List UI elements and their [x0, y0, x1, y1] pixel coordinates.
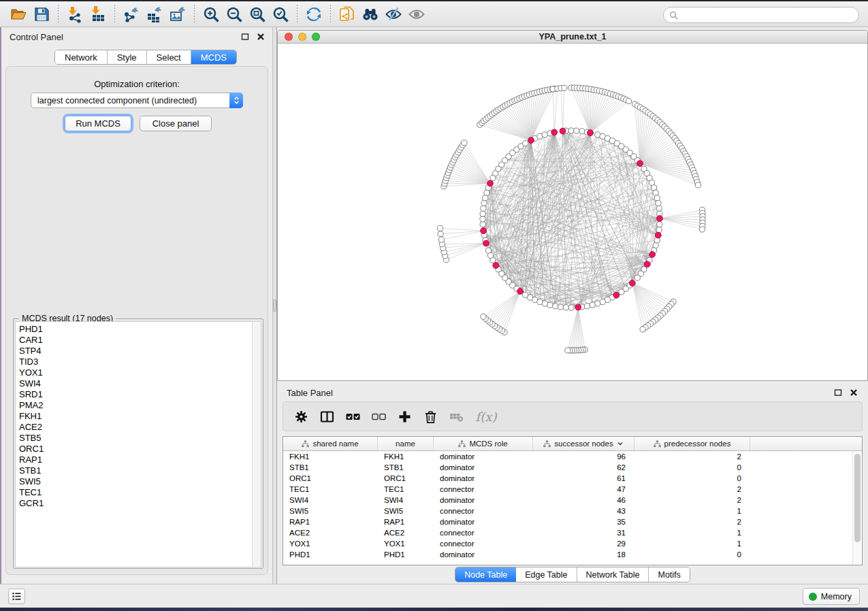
memory-button[interactable]: Memory — [803, 588, 860, 605]
network-node[interactable] — [584, 303, 590, 309]
network-node[interactable] — [553, 303, 558, 309]
mcds-node[interactable] — [483, 240, 489, 246]
table-cell[interactable]: RAP1 — [283, 516, 378, 527]
table-cell[interactable]: FKH1 — [283, 451, 378, 462]
network-node[interactable] — [634, 275, 640, 280]
export-network-icon[interactable] — [120, 3, 143, 25]
mcds-result-item[interactable]: STP4 — [19, 346, 252, 357]
network-node[interactable] — [542, 132, 547, 137]
close-window-button[interactable] — [285, 33, 293, 41]
table-row[interactable]: RAP1RAP1dominator352 — [283, 516, 862, 527]
network-node[interactable] — [523, 141, 528, 146]
mcds-node[interactable] — [588, 130, 594, 136]
mcds-result-item[interactable]: STB1 — [19, 465, 252, 476]
mcds-result-item[interactable]: YOX1 — [19, 367, 252, 378]
network-node[interactable] — [568, 305, 574, 310]
mcds-node[interactable] — [613, 292, 620, 298]
mcds-node[interactable] — [657, 216, 663, 222]
maximize-window-button[interactable] — [312, 33, 320, 41]
mcds-result-item[interactable]: SWI5 — [19, 476, 252, 487]
table-cell[interactable]: connector — [434, 506, 533, 516]
network-node[interactable] — [558, 304, 563, 310]
column-header-successor-nodes[interactable]: successor nodes — [533, 437, 634, 450]
export-table-icon[interactable] — [143, 3, 166, 25]
table-cell[interactable]: TEC1 — [283, 484, 378, 495]
float-table-panel-button[interactable] — [833, 388, 843, 397]
search-box[interactable] — [663, 7, 859, 23]
table-settings-icon[interactable] — [290, 405, 312, 428]
network-node[interactable] — [699, 227, 705, 232]
mcds-result-item[interactable]: GCR1 — [19, 498, 252, 509]
tab-network-table[interactable]: Network Table — [577, 567, 649, 582]
network-node[interactable] — [590, 302, 595, 308]
network-node[interactable] — [579, 129, 585, 134]
refresh-layout-icon[interactable] — [302, 3, 325, 25]
table-cell[interactable]: dominator — [434, 451, 533, 462]
table-cell[interactable]: 2 — [634, 495, 750, 506]
network-node[interactable] — [656, 227, 662, 233]
table-cell[interactable]: PHD1 — [378, 549, 434, 560]
splitter-grip[interactable] — [273, 299, 276, 312]
split-panel-icon[interactable] — [316, 405, 338, 428]
table-cell[interactable]: ACE2 — [283, 527, 378, 538]
table-cell[interactable]: connector — [434, 527, 533, 538]
add-column-icon[interactable] — [393, 405, 415, 428]
import-table-icon[interactable] — [86, 3, 110, 25]
table-cell[interactable]: FKH1 — [378, 451, 434, 462]
column-header-shared-name[interactable]: shared name — [283, 437, 378, 450]
network-node[interactable] — [565, 348, 570, 353]
table-cell[interactable]: dominator — [434, 495, 533, 506]
table-cell[interactable]: 1 — [634, 506, 750, 516]
mcds-node[interactable] — [481, 228, 487, 234]
table-scrollbar-thumb[interactable] — [854, 454, 861, 542]
table-cell[interactable]: ORC1 — [283, 473, 378, 484]
table-cell[interactable]: 35 — [533, 516, 634, 527]
mcds-result-item[interactable]: STB5 — [19, 433, 252, 444]
network-node[interactable] — [654, 195, 660, 201]
table-cell[interactable]: 46 — [533, 495, 634, 506]
search-input[interactable] — [681, 10, 853, 20]
network-window-titlebar[interactable]: YPA_prune.txt_1 — [278, 31, 867, 44]
float-panel-button[interactable] — [240, 32, 250, 42]
network-node[interactable] — [480, 222, 485, 227]
mcds-result-item[interactable]: PHD1 — [19, 324, 252, 335]
table-cell[interactable]: connector — [434, 538, 533, 549]
network-node[interactable] — [462, 140, 467, 146]
table-row[interactable]: TEC1TEC1connector472 — [283, 484, 862, 495]
mcds-node[interactable] — [560, 128, 566, 134]
network-node[interactable] — [656, 205, 662, 211]
table-cell[interactable]: 29 — [533, 538, 634, 549]
table-row[interactable]: PHD1PHD1dominator180 — [283, 549, 862, 560]
network-node[interactable] — [657, 222, 662, 227]
mcds-node[interactable] — [644, 261, 650, 267]
column-header-name[interactable]: name — [378, 437, 434, 450]
network-node[interactable] — [481, 314, 486, 319]
network-node[interactable] — [563, 305, 568, 310]
table-cell[interactable]: 31 — [533, 527, 634, 538]
tasks-button[interactable] — [8, 589, 25, 604]
network-node[interactable] — [595, 301, 600, 306]
table-cell[interactable]: 0 — [634, 473, 750, 484]
table-cell[interactable]: 0 — [634, 462, 750, 473]
table-cell[interactable]: SWI4 — [283, 495, 378, 506]
new-network-from-selection-icon[interactable] — [336, 3, 359, 25]
network-node[interactable] — [574, 128, 579, 133]
table-cell[interactable]: SWI4 — [378, 495, 434, 506]
zoom-selected-icon[interactable] — [269, 3, 292, 25]
table-cell[interactable]: STB1 — [283, 462, 378, 473]
import-network-icon[interactable] — [63, 3, 86, 25]
network-canvas[interactable] — [278, 44, 867, 380]
table-cell[interactable]: 2 — [634, 516, 750, 527]
table-cell[interactable]: dominator — [434, 516, 533, 527]
table-cell[interactable]: TEC1 — [378, 484, 434, 495]
table-cell[interactable]: STB1 — [378, 462, 434, 473]
table-cell[interactable]: PHD1 — [283, 549, 378, 560]
run-mcds-button[interactable]: Run MCDS — [65, 116, 131, 131]
deselect-all-icon[interactable] — [368, 405, 389, 428]
mcds-result-item[interactable]: ORC1 — [19, 444, 252, 455]
tab-style[interactable]: Style — [108, 50, 147, 64]
mcds-node[interactable] — [575, 304, 581, 310]
mcds-result-item[interactable]: FKH1 — [19, 411, 252, 422]
table-row[interactable]: YOX1YOX1connector291 — [283, 538, 862, 549]
table-cell[interactable]: 2 — [634, 484, 750, 495]
